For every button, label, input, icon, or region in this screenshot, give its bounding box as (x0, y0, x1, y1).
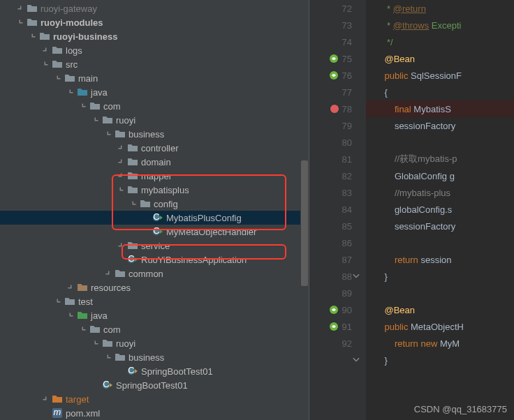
code-line[interactable]: //mybatis-plus (366, 184, 514, 201)
tree-item-ruoyi-modules[interactable]: ruoyi-modules (0, 15, 309, 29)
code-line[interactable] (366, 368, 514, 385)
tree-item-service[interactable]: service (0, 239, 309, 253)
tree-item-com[interactable]: com (0, 322, 309, 336)
gutter-line[interactable]: 72 (309, 0, 366, 17)
tree-item-ruoyi-business[interactable]: ruoyi-business (0, 29, 309, 43)
gutter-line[interactable]: 79 (309, 117, 366, 134)
code-line[interactable]: */ (366, 33, 514, 50)
code-line[interactable] (366, 285, 514, 301)
tree-item-main[interactable]: main (0, 71, 309, 85)
tree-item-resources[interactable]: resources (0, 280, 309, 294)
tree-item-springboottest01[interactable]: CSpringBootTest01 (0, 378, 309, 392)
fold-icon[interactable] (351, 355, 361, 365)
code-line[interactable]: globalConfig.s (366, 201, 514, 218)
gutter-line[interactable]: 81 (309, 151, 366, 167)
tree-arrow-icon[interactable] (17, 5, 24, 12)
code-line[interactable]: } (366, 268, 514, 285)
tree-arrow-icon[interactable] (80, 326, 87, 333)
gutter-line[interactable]: 78 (309, 100, 366, 117)
tree-item-ruoyi[interactable]: ruoyi (0, 113, 309, 127)
tree-item-mapper[interactable]: mapper (0, 169, 309, 183)
tree-arrow-icon[interactable] (17, 19, 24, 26)
code-line[interactable]: @Bean (366, 50, 514, 67)
breakpoint-icon[interactable] (330, 105, 339, 113)
tree-arrow-icon[interactable] (105, 130, 112, 137)
tree-arrow-icon[interactable] (117, 172, 124, 179)
code-line[interactable] (366, 134, 514, 151)
gutter-line[interactable]: 84 (309, 201, 366, 218)
tree-item-ruoyi-gateway[interactable]: ruoyi-gateway (0, 1, 309, 15)
code-line[interactable]: sessionFactory (366, 117, 514, 134)
gutter-line[interactable]: 75 (309, 50, 366, 67)
spring-bean-icon[interactable] (329, 322, 339, 331)
code-line[interactable]: final MybatisS (366, 100, 514, 117)
tree-arrow-icon[interactable] (29, 33, 36, 40)
code-line[interactable] (366, 234, 514, 251)
tree-item-pom-xml[interactable]: mpom.xml (0, 406, 309, 420)
tree-arrow-icon[interactable] (67, 284, 74, 291)
tree-arrow-icon[interactable] (54, 75, 61, 82)
gutter-line[interactable] (309, 368, 366, 385)
tree-arrow-icon[interactable] (80, 103, 87, 110)
tree-item-src[interactable]: src (0, 57, 309, 71)
code-line[interactable]: @Bean (366, 301, 514, 318)
tree-item-test[interactable]: test (0, 294, 309, 308)
code-line[interactable]: public MetaObjectH (366, 318, 514, 335)
tree-item-mybatisplusconfig[interactable]: CMybatisPlusConfig (0, 211, 309, 225)
tree-item-com[interactable]: com (0, 99, 309, 113)
tree-arrow-icon[interactable] (92, 340, 99, 347)
tree-scrollbar[interactable] (300, 0, 309, 420)
gutter-line[interactable]: 85 (309, 218, 366, 234)
gutter-line[interactable]: 83 (309, 184, 366, 201)
tree-item-springboottest01[interactable]: CSpringBootTest01 (0, 364, 309, 378)
gutter-line[interactable]: 80 (309, 134, 366, 151)
tree-item-controller[interactable]: controller (0, 141, 309, 155)
tree-item-target[interactable]: target (0, 392, 309, 406)
tree-item-common[interactable]: common (0, 267, 309, 280)
code-line[interactable]: * @return (366, 0, 514, 17)
tree-item-java[interactable]: java (0, 308, 309, 322)
gutter-line[interactable]: 91 (309, 318, 366, 335)
spring-bean-icon[interactable] (329, 70, 339, 80)
gutter-line[interactable] (309, 352, 366, 368)
tree-item-business[interactable]: business (0, 127, 309, 141)
code-line[interactable]: return new MyM (366, 335, 514, 352)
code-line[interactable]: { (366, 84, 514, 100)
tree-arrow-icon[interactable] (67, 312, 74, 319)
gutter-line[interactable]: 73 (309, 17, 366, 33)
tree-arrow-icon[interactable] (117, 242, 124, 249)
tree-arrow-icon[interactable] (54, 298, 61, 305)
tree-arrow-icon[interactable] (117, 158, 124, 165)
project-tree[interactable]: ruoyi-gatewayruoyi-modulesruoyi-business… (0, 0, 309, 420)
code-line[interactable]: public SqlSessionF (366, 67, 514, 84)
gutter-line[interactable]: 89 (309, 285, 366, 301)
gutter-line[interactable]: 92 (309, 335, 366, 352)
tree-arrow-icon[interactable] (67, 89, 74, 96)
gutter-line[interactable]: 77 (309, 84, 366, 100)
tree-item-mybatisplus[interactable]: mybatisplus (0, 183, 309, 197)
tree-arrow-icon[interactable] (130, 200, 137, 207)
tree-arrow-icon[interactable] (117, 186, 124, 193)
code-line[interactable]: * @throws Excepti (366, 17, 514, 33)
tree-item-business[interactable]: business (0, 350, 309, 364)
tree-arrow-icon[interactable] (42, 61, 49, 68)
spring-bean-icon[interactable] (329, 54, 339, 63)
tree-arrow-icon[interactable] (42, 47, 49, 54)
code-line[interactable]: return session (366, 251, 514, 268)
gutter-line[interactable]: 88 (309, 268, 366, 285)
tree-item-ruoyibusinessapplication[interactable]: CRuoYiBusinessApplication (0, 253, 309, 267)
fold-icon[interactable] (351, 271, 361, 281)
tree-item-domain[interactable]: domain (0, 155, 309, 169)
tree-arrow-icon[interactable] (42, 396, 49, 403)
tree-item-config[interactable]: config (0, 197, 309, 211)
tree-arrow-icon[interactable] (105, 270, 112, 277)
tree-item-logs[interactable]: logs (0, 43, 309, 57)
tree-item-ruoyi[interactable]: ruoyi (0, 336, 309, 350)
tree-arrow-icon[interactable] (92, 117, 99, 123)
tree-scrollbar-thumb[interactable] (301, 160, 308, 286)
gutter-line[interactable]: 87 (309, 251, 366, 268)
tree-item-mymetaobjecthandler[interactable]: CMyMetaObjectHandler (0, 225, 309, 239)
code-line[interactable]: GlobalConfig g (366, 167, 514, 184)
gutter-line[interactable]: 82 (309, 167, 366, 184)
tree-arrow-icon[interactable] (117, 144, 124, 151)
